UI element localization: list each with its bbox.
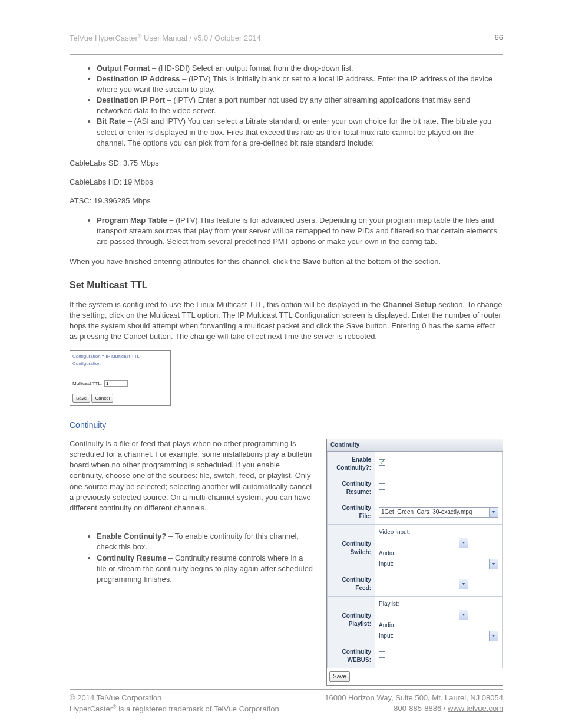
- enable-continuity-checkbox[interactable]: [379, 459, 385, 466]
- continuity-paragraph: Continuity is a file or feed that plays …: [70, 439, 315, 513]
- page-header: TelVue HyperCaster® User Manual / v5.0 /…: [70, 32, 503, 44]
- finish-post: button at the bottom of the section.: [320, 257, 441, 266]
- playlist-audio-input-label: Input:: [379, 632, 394, 640]
- footer-address: 16000 Horizon Way, Suite 500, Mt. Laurel…: [325, 693, 503, 703]
- doc-version: User Manual / v5.0 / October 2014: [142, 34, 261, 42]
- footer-contact: 800-885-8886 / www.telvue.com: [394, 703, 503, 715]
- cancel-button[interactable]: Cancel: [91, 394, 113, 403]
- li-enable-continuity: Enable Continuity? – To enable continuit…: [97, 531, 315, 552]
- row-file-label: Continuity File:: [328, 500, 375, 524]
- li-dest-port-term: Destination IP Port: [97, 95, 165, 104]
- multicast-bold: Channel Setup: [383, 300, 437, 309]
- rate-sd: CableLabs SD: 3.75 Mbps: [70, 158, 503, 169]
- save-button[interactable]: Save: [72, 394, 90, 403]
- li-dest-ip-term: Destination IP Address: [97, 74, 180, 83]
- footer-rule: [70, 689, 503, 690]
- figure-breadcrumb: Configuration » IP Multicast TTL Configu…: [70, 351, 170, 373]
- chevron-down-icon: ▾: [489, 559, 498, 569]
- multicast-ttl-label: Multicast TTL:: [72, 380, 102, 387]
- li-continuity-resume-term: Continuity Resume: [97, 554, 166, 562]
- continuity-feed-select[interactable]: ▾: [379, 579, 468, 589]
- chevron-down-icon: ▾: [459, 579, 468, 589]
- finish-pre: When you have finished entering attribut…: [70, 257, 303, 266]
- playlist-audio-label-pre: Audio: [379, 620, 498, 631]
- figure-breadcrumb-text: Configuration » IP Multicast TTL Configu…: [72, 353, 168, 367]
- row-switch-label: Continuity Switch:: [328, 524, 375, 572]
- continuity-panel-figure: Continuity Enable Continuity?: Continuit…: [326, 439, 503, 686]
- page-number: 66: [495, 32, 503, 43]
- continuity-panel-title: Continuity: [327, 439, 503, 452]
- continuity-file-select[interactable]: 1Get_Green_Cars_30-exactly.mpg ▾: [379, 507, 498, 518]
- audio-input-select[interactable]: ▾: [395, 559, 498, 569]
- li-output-format: Output Format – (HD-SDI) Select an outpu…: [97, 63, 503, 74]
- chevron-down-icon: ▾: [459, 610, 468, 620]
- row-webus-label: Continuity WEBUS:: [328, 644, 375, 668]
- video-input-label: Video Input:: [379, 527, 498, 538]
- finish-bold: Save: [303, 257, 320, 266]
- li-continuity-resume: Continuity Resume – Continuity resume co…: [97, 553, 315, 585]
- playlist-label: Playlist:: [379, 599, 498, 610]
- audio-label-pre: Audio: [379, 548, 498, 559]
- continuity-save-button[interactable]: Save: [329, 671, 350, 682]
- li-bit-rate-desc: – (ASI and IPTV) You can select a bitrat…: [97, 117, 491, 147]
- product-name: TelVue HyperCaster: [70, 34, 138, 42]
- rate-atsc: ATSC: 19.396285 Mbps: [70, 196, 503, 206]
- continuity-heading: Continuity: [70, 420, 503, 431]
- multicast-pre: If the system is configured to use the L…: [70, 300, 383, 309]
- row-resume-label: Continuity Resume:: [328, 476, 375, 500]
- attributes-list-2: Program Map Table – (IPTV) This feature …: [70, 215, 503, 248]
- header-rule: [70, 54, 503, 55]
- finish-paragraph: When you have finished entering attribut…: [70, 256, 503, 267]
- row-feed-label: Continuity Feed:: [328, 572, 375, 596]
- continuity-webus-checkbox[interactable]: [379, 651, 385, 658]
- attributes-list-1: Output Format – (HD-SDI) Select an outpu…: [70, 63, 503, 149]
- row-playlist-label: Continuity Playlist:: [328, 596, 375, 644]
- multicast-ttl-figure: Configuration » IP Multicast TTL Configu…: [70, 350, 171, 406]
- multicast-ttl-input[interactable]: [104, 380, 128, 387]
- playlist-audio-input-select[interactable]: ▾: [395, 631, 498, 641]
- continuity-list: Enable Continuity? – To enable continuit…: [70, 531, 315, 585]
- li-enable-continuity-term: Enable Continuity?: [97, 532, 166, 541]
- li-output-format-desc: – (HD-SDI) Select an output format from …: [150, 64, 353, 73]
- rate-hd: CableLabs HD: 19 Mbps: [70, 177, 503, 187]
- li-dest-port: Destination IP Port – (IPTV) Enter a por…: [97, 95, 503, 116]
- li-pmt: Program Map Table – (IPTV) This feature …: [97, 215, 503, 248]
- continuity-resume-checkbox[interactable]: [379, 483, 385, 490]
- video-input-select[interactable]: ▾: [379, 538, 468, 548]
- chevron-down-icon: ▾: [459, 538, 468, 548]
- row-enable-label: Enable Continuity?:: [328, 452, 375, 476]
- li-output-format-term: Output Format: [97, 64, 150, 73]
- footer-trademark: HyperCaster® is a registered trademark o…: [70, 703, 279, 715]
- telvue-link[interactable]: www.telvue.com: [448, 704, 503, 713]
- continuity-file-value: 1Get_Green_Cars_30-exactly.mpg: [379, 508, 489, 516]
- audio-input-label: Input:: [379, 560, 394, 568]
- chevron-down-icon: ▾: [489, 631, 498, 641]
- li-dest-ip: Destination IP Address – (IPTV) This is …: [97, 74, 503, 95]
- li-pmt-term: Program Map Table: [97, 216, 167, 225]
- chevron-down-icon: ▾: [489, 508, 498, 517]
- set-multicast-ttl-heading: Set Multicast TTL: [70, 279, 503, 292]
- page-footer: © 2014 TelVue Corporation 16000 Horizon …: [70, 693, 503, 715]
- li-bit-rate: Bit Rate – (ASI and IPTV) You can select…: [97, 116, 503, 149]
- footer-copyright: © 2014 TelVue Corporation: [70, 693, 161, 703]
- playlist-select[interactable]: ▾: [379, 610, 468, 620]
- li-bit-rate-term: Bit Rate: [97, 117, 125, 126]
- multicast-paragraph: If the system is configured to use the L…: [70, 299, 503, 342]
- registered-mark: ®: [138, 33, 142, 39]
